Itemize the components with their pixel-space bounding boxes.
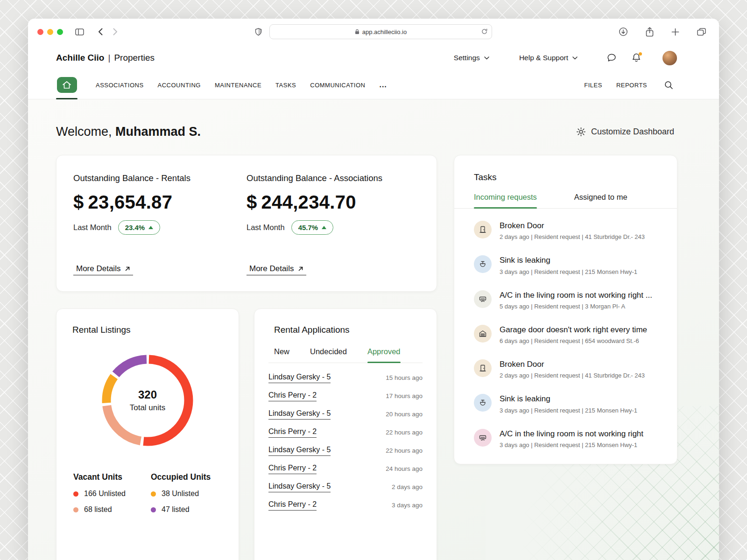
lock-icon [355, 29, 359, 35]
sidebar-toggle-icon[interactable] [71, 28, 88, 35]
brand: Achille Ciio | Properties [56, 53, 155, 63]
task-item[interactable]: Broken Door 2 days ago | Resident reques… [474, 213, 657, 248]
nav-item[interactable]: MAINTENANCE [208, 82, 268, 89]
nav-items: ASSOCIATIONSACCOUNTINGMAINTENANCETASKSCO… [89, 82, 372, 89]
applicant-name-link[interactable]: Chris Perry - 2 [268, 500, 317, 511]
brand-product: Properties [114, 53, 155, 63]
nav-more-menu[interactable]: ... [372, 81, 394, 89]
more-details-label: More Details [249, 264, 294, 273]
applicant-name-link[interactable]: Lindsay Gersky - 5 [268, 482, 331, 492]
applicant-name-link[interactable]: Lindsay Gersky - 5 [268, 373, 331, 383]
forward-button-icon[interactable] [109, 28, 121, 35]
application-row[interactable]: Lindsay Gersky - 5 15 hours ago [268, 369, 423, 387]
help-support-label: Help & Support [519, 54, 568, 62]
ac-icon [474, 429, 492, 447]
balance-title: Outstanding Balance - Rentals [73, 173, 247, 183]
page-title: Welcome, Muhammad S. [56, 125, 201, 139]
chat-icon[interactable] [606, 53, 617, 63]
nav-home-tab[interactable] [56, 71, 78, 99]
help-support-menu[interactable]: Help & Support [519, 54, 578, 62]
task-item[interactable]: A/C in the living room is not working ri… [474, 283, 657, 317]
door-icon [474, 359, 492, 377]
outstanding-balances-card: Outstanding Balance - Rentals $23,654.87… [56, 155, 437, 292]
donut-total-value: 320 [138, 388, 157, 401]
address-bar[interactable]: app.achilleciio.io [269, 24, 492, 39]
nav-item[interactable]: REPORTS [609, 82, 654, 89]
task-title: Garage door doesn't work right every tim… [500, 325, 647, 335]
task-item[interactable]: Sink is leaking 3 days ago | Resident re… [474, 248, 657, 282]
nav-item[interactable]: ACCOUNTING [151, 82, 208, 89]
tab[interactable]: Incoming requests [474, 193, 537, 208]
customize-dashboard-button[interactable]: Customize Dashboard [573, 126, 677, 137]
applicant-name-link[interactable]: Chris Perry - 2 [268, 427, 317, 438]
legend-dot [151, 491, 156, 497]
application-time: 15 hours ago [386, 374, 423, 381]
application-row[interactable]: Chris Perry - 2 24 hours ago [268, 460, 423, 478]
applicant-name-link[interactable]: Chris Perry - 2 [268, 391, 317, 401]
application-row[interactable]: Chris Perry - 2 17 hours ago [268, 387, 423, 405]
url-text: app.achilleciio.io [362, 28, 407, 35]
application-row[interactable]: Lindsay Gersky - 5 2 days ago [268, 478, 423, 496]
new-tab-icon[interactable] [668, 28, 683, 36]
period-label: Last Month [73, 223, 112, 232]
task-title: Broken Door [500, 359, 645, 369]
minimize-window-button[interactable] [47, 29, 53, 35]
application-time: 20 hours ago [386, 411, 423, 418]
back-button-icon[interactable] [94, 28, 106, 35]
downloads-icon[interactable] [615, 27, 632, 36]
legend-item: 47 listed [151, 505, 222, 514]
close-window-button[interactable] [37, 29, 43, 35]
application-time: 3 days ago [392, 502, 423, 509]
privacy-shield-icon[interactable] [255, 28, 262, 36]
application-time: 22 hours ago [386, 429, 423, 436]
door-icon [474, 221, 492, 238]
tab[interactable]: Approved [367, 347, 401, 363]
application-row[interactable]: Chris Perry - 2 22 hours ago [268, 423, 423, 441]
chevron-down-icon [572, 56, 578, 60]
notifications-bell-icon[interactable] [632, 53, 641, 63]
more-details-label: More Details [76, 264, 120, 273]
tab[interactable]: Assigned to me [574, 193, 627, 208]
application-row[interactable]: Lindsay Gersky - 5 20 hours ago [268, 405, 423, 423]
more-details-link[interactable]: More Details [73, 264, 133, 275]
applicant-name-link[interactable]: Lindsay Gersky - 5 [268, 409, 331, 420]
tab[interactable]: New [274, 347, 289, 363]
applicant-name-link[interactable]: Lindsay Gersky - 5 [268, 446, 331, 456]
change-badge: 45.7% [291, 220, 334, 235]
tab[interactable]: Undecided [310, 347, 347, 363]
share-icon[interactable] [642, 27, 657, 37]
tasks-card: Tasks Incoming requestsAssigned to me Br… [454, 155, 677, 464]
currency-symbol: $ [73, 192, 84, 212]
nav-item[interactable]: FILES [577, 82, 609, 89]
gear-icon [576, 127, 586, 137]
external-arrow-icon [125, 266, 130, 272]
task-item[interactable]: Garage door doesn't work right every tim… [474, 317, 657, 352]
legend-item: 68 listed [73, 505, 144, 514]
brand-name: Achille Ciio [56, 53, 104, 63]
legend-group-title: Occupied Units [151, 472, 222, 482]
nav-item[interactable]: COMMUNICATION [303, 82, 372, 89]
tab-overview-icon[interactable] [693, 28, 710, 36]
legend-item: 38 Unlisted [151, 490, 222, 498]
more-details-link[interactable]: More Details [247, 264, 306, 275]
settings-menu[interactable]: Settings [454, 54, 489, 62]
notification-dot [639, 52, 642, 56]
applicant-name-link[interactable]: Chris Perry - 2 [268, 464, 317, 474]
task-item[interactable]: Broken Door 2 days ago | Resident reques… [474, 352, 657, 386]
application-row[interactable]: Lindsay Gersky - 5 22 hours ago [268, 441, 423, 460]
legend-dot [73, 491, 78, 497]
user-avatar[interactable] [662, 51, 677, 65]
task-item[interactable]: Sink is leaking 3 days ago | Resident re… [474, 386, 657, 421]
zoom-window-button[interactable] [57, 29, 63, 35]
task-item[interactable]: A/C in the living room is not working ri… [474, 421, 657, 456]
task-title: A/C in the living room is not working ri… [500, 290, 652, 300]
refresh-icon[interactable] [481, 28, 487, 36]
search-icon[interactable] [661, 81, 677, 90]
legend-label: 47 listed [162, 505, 190, 514]
nav-item[interactable]: ASSOCIATIONS [89, 82, 151, 89]
application-row[interactable]: Chris Perry - 2 3 days ago [268, 496, 423, 514]
change-value: 23.4% [125, 224, 145, 231]
nav-item[interactable]: TASKS [268, 82, 303, 89]
home-icon [57, 77, 77, 93]
task-title: Broken Door [500, 221, 645, 231]
